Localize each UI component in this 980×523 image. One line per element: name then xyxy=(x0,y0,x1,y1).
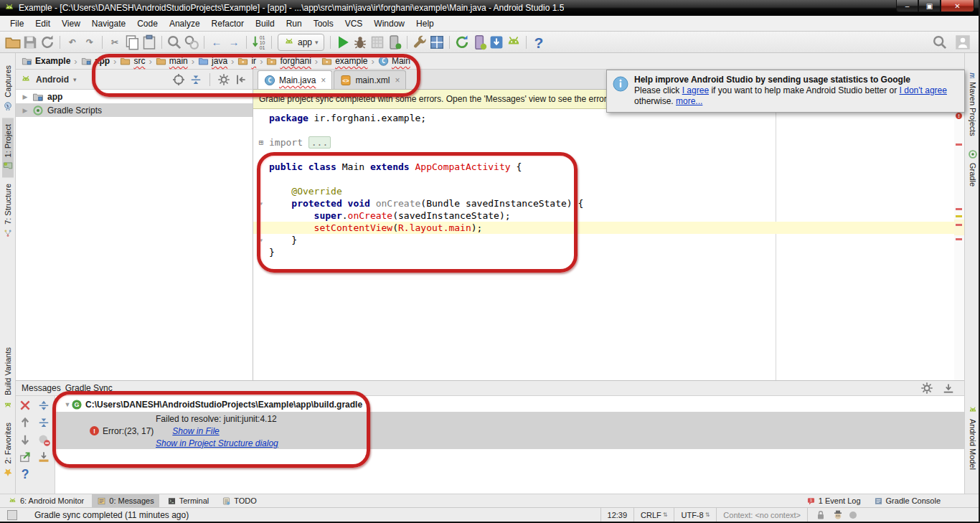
menu-tools[interactable]: Tools xyxy=(308,17,339,30)
show-in-project-structure-link[interactable]: Show in Project Structure dialog xyxy=(156,438,278,448)
restore-button[interactable]: ▣ xyxy=(918,0,941,12)
project-view-selector[interactable]: Android xyxy=(36,75,69,85)
editor-error-stripe[interactable]: ! xyxy=(954,89,964,380)
tool-stripe-1-project[interactable]: 1: Project xyxy=(2,118,14,177)
warning-mark[interactable] xyxy=(956,215,962,217)
sdk-manager-button[interactable] xyxy=(488,34,505,51)
toolwindow-button-1-event-log[interactable]: 11 Event Log xyxy=(801,494,866,508)
chevron-down-icon[interactable]: ▼ xyxy=(64,401,71,408)
fold-expand-icon[interactable]: ⊞ xyxy=(253,136,269,149)
menu-edit[interactable]: Edit xyxy=(29,17,56,30)
tool-stripe-gradle[interactable]: Gradle xyxy=(967,143,979,193)
breadcrumb-app[interactable]: app xyxy=(80,56,111,67)
menu-run[interactable]: Run xyxy=(281,17,308,30)
toolwindow-button-0-messages[interactable]: 0: Messages xyxy=(92,494,159,508)
close-button[interactable]: ✕ xyxy=(941,0,974,12)
jump-to-source-button[interactable] xyxy=(18,451,32,463)
editor-tab-main-java[interactable]: CMain.java× xyxy=(258,70,332,89)
find-button[interactable] xyxy=(166,34,183,51)
collapse-all-button[interactable] xyxy=(37,416,51,429)
i-dont-agree-link[interactable]: I don't agree xyxy=(900,85,947,95)
settings-gear-button[interactable] xyxy=(920,381,934,395)
run-button[interactable] xyxy=(334,34,352,51)
message-root-row[interactable]: ▼ G C:\Users\DANESH\AndroidStudioProject… xyxy=(55,398,964,410)
tool-stripe-captures[interactable]: Captures xyxy=(2,59,14,118)
close-tab-icon[interactable]: × xyxy=(321,75,326,85)
device-monitor-button[interactable] xyxy=(471,34,488,51)
previous-message-button[interactable] xyxy=(18,416,32,429)
chevron-right-icon[interactable]: ▶ xyxy=(22,93,29,100)
toolwindow-quick-access-button[interactable] xyxy=(7,510,17,520)
lock-icon[interactable] xyxy=(815,509,826,521)
hide-panel-button[interactable] xyxy=(234,72,248,87)
code-line-8[interactable]: ▾ protected void onCreate(Bundle savedIn… xyxy=(253,197,964,209)
breadcrumb-forghani[interactable]: forghani xyxy=(265,56,312,67)
save-button[interactable] xyxy=(22,34,39,51)
coverage-button[interactable] xyxy=(369,34,386,51)
memory-indicator-icon[interactable] xyxy=(849,512,857,519)
code-line-4[interactable] xyxy=(253,149,964,161)
breadcrumb-main[interactable]: main xyxy=(154,56,189,67)
code-line-5[interactable]: public class Main extends AppCompatActiv… xyxy=(253,161,964,173)
minimize-button[interactable]: – xyxy=(896,0,918,12)
code-line-10[interactable]: setContentView(R.layout.main); xyxy=(253,222,964,234)
debug-button[interactable] xyxy=(352,34,369,51)
user-button[interactable] xyxy=(954,34,971,51)
menu-view[interactable]: View xyxy=(56,17,86,30)
code-line-3[interactable]: ⊞import ... xyxy=(253,136,964,149)
tool-stripe-7-structure[interactable]: 7: Structure xyxy=(2,177,14,245)
inspections-hector-icon[interactable] xyxy=(832,509,844,521)
avd-button[interactable] xyxy=(505,34,522,51)
menu-build[interactable]: Build xyxy=(250,17,281,30)
menu-code[interactable]: Code xyxy=(131,17,164,30)
search-button[interactable] xyxy=(931,34,948,51)
close-tab-icon[interactable]: × xyxy=(395,75,400,85)
error-mark[interactable] xyxy=(956,238,962,240)
undo-button[interactable]: ↶ xyxy=(64,34,81,51)
breadcrumb-example[interactable]: Example xyxy=(20,56,72,67)
tool-stripe-maven-projects[interactable]: mMaven Projects xyxy=(967,62,979,143)
help-button[interactable]: ? xyxy=(18,468,32,481)
code-line-12[interactable]: } xyxy=(253,246,964,258)
sortlines-button[interactable]: 011001 xyxy=(250,34,268,51)
error-mark[interactable] xyxy=(956,224,962,226)
code-line-1[interactable]: package ir.forghani.example; xyxy=(253,112,964,124)
settings-gear-button[interactable] xyxy=(217,72,231,87)
back-button[interactable]: ← xyxy=(208,34,225,51)
copy-button[interactable] xyxy=(123,34,141,51)
message-link-row[interactable]: Show in Project Structure dialog xyxy=(55,437,964,449)
close-button[interactable] xyxy=(18,399,32,412)
tool-stripe-android-model[interactable]: Android Model xyxy=(967,399,979,476)
error-mark[interactable] xyxy=(956,143,962,146)
code-line-6[interactable] xyxy=(253,173,964,185)
error-mark[interactable] xyxy=(956,208,962,210)
sync-gradle-button[interactable] xyxy=(453,34,471,51)
chevron-right-icon[interactable]: ▶ xyxy=(22,107,29,114)
replace-button[interactable] xyxy=(183,34,200,51)
code-line-9[interactable]: super.onCreate(savedInstanceState); xyxy=(253,209,964,222)
menu-window[interactable]: Window xyxy=(368,17,410,30)
toolwindow-button-gradle-console[interactable]: Gradle Console xyxy=(869,494,946,508)
locate-file-button[interactable] xyxy=(171,72,186,87)
tool-stripe-build-variants[interactable]: Build Variants xyxy=(2,341,14,415)
menu-navigate[interactable]: Navigate xyxy=(86,17,131,30)
fold-marker-icon[interactable]: ▾ xyxy=(253,234,269,246)
message-error-summary-row[interactable]: Failed to resolve: junit:junit:4.12 xyxy=(55,413,964,425)
editor-tab-main-xml[interactable]: <>main.xml× xyxy=(334,70,406,89)
run-context[interactable]: Context: <no context> xyxy=(716,508,807,522)
forward-button[interactable]: → xyxy=(225,34,242,51)
project-tree-item-app[interactable]: ▶app xyxy=(16,90,253,103)
sync-button[interactable] xyxy=(39,34,56,51)
breadcrumb-src[interactable]: src xyxy=(118,56,146,67)
project-tree-item-gradle-scripts[interactable]: ▶Gradle Scripts xyxy=(16,103,253,117)
menu-refactor[interactable]: Refactor xyxy=(206,17,250,30)
next-message-button[interactable] xyxy=(18,433,32,446)
expand-all-button[interactable] xyxy=(37,399,51,412)
hide-warnings-button[interactable] xyxy=(37,433,51,446)
open-button[interactable] xyxy=(4,34,22,51)
toolwindow-button-todo[interactable]: TODO xyxy=(217,494,262,508)
structure-grid-button[interactable] xyxy=(428,34,446,51)
menu-vcs[interactable]: VCS xyxy=(339,17,369,30)
code-line-2[interactable] xyxy=(253,124,964,136)
menu-file[interactable]: File xyxy=(4,17,29,30)
